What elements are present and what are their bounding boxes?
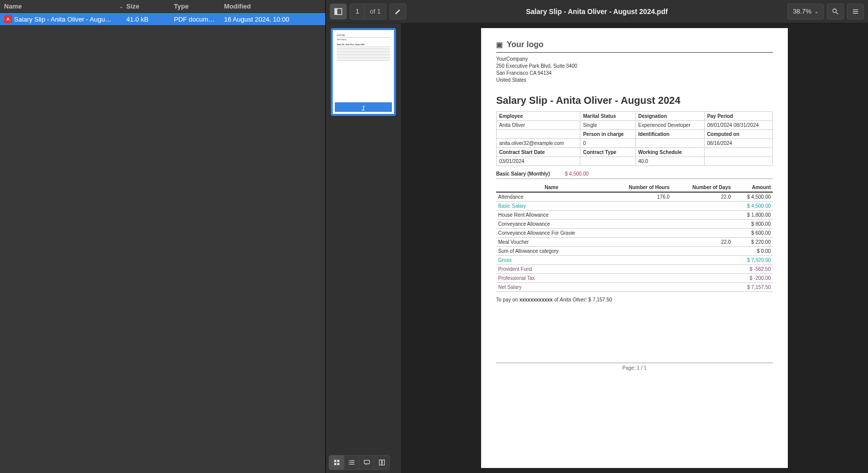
svg-line-3 [836, 12, 838, 14]
thumbnail-page-number: 1 [335, 102, 392, 112]
line-days [672, 211, 733, 220]
company-addr1: 250 Executive Park Blvd, Suite 3400 [496, 63, 773, 70]
line-days [672, 265, 733, 274]
view-outline-button[interactable] [344, 455, 359, 469]
col-header-type[interactable]: Type [174, 3, 224, 10]
val-person: 0 [580, 139, 635, 148]
line-hours [607, 202, 672, 211]
hd-cstart: Contract Start Date [497, 148, 580, 157]
view-thumbnails-button[interactable] [329, 455, 344, 469]
menu-button[interactable] [847, 4, 864, 20]
search-icon [832, 8, 839, 15]
line-amount: $ 7,157.50 [733, 283, 773, 292]
line-hours [607, 211, 672, 220]
line-name: Conveyance Allowance [496, 220, 607, 229]
col-header-size[interactable]: Size [126, 3, 174, 10]
line-hours [607, 238, 672, 247]
line-hours [607, 274, 672, 283]
file-size: 41.0 kB [126, 16, 174, 23]
zoom-value: 38.7% [793, 8, 811, 15]
search-button[interactable] [827, 4, 844, 20]
annotate-button[interactable] [389, 4, 406, 20]
col-header-name[interactable]: Name ⌄ [0, 3, 126, 10]
file-modified: 16 August 2024, 10:00 [224, 16, 325, 23]
line-amount: $ -562.50 [733, 265, 773, 274]
val-period: 08/01/2024 08/31/2024 [704, 121, 772, 130]
page-number-input[interactable] [350, 4, 364, 19]
zoom-dropdown[interactable]: 38.7% ⌄ [787, 4, 824, 20]
pdf-toolbar: of 1 Salary Slip - Anita Oliver - August… [326, 0, 868, 23]
salary-line-row: Attendance176.022.0$ 4,500.00 [496, 192, 773, 202]
val-blank [704, 157, 772, 166]
page-canvas[interactable]: ▣ Your logo YourCompany 250 Executive Pa… [401, 23, 868, 473]
file-list-panel: Name ⌄ Size Type Modified A Salary Slip … [0, 0, 325, 473]
line-hours [607, 247, 672, 256]
pdf-viewer: of 1 Salary Slip - Anita Oliver - August… [325, 0, 868, 473]
hd-marital: Marital Status [580, 112, 635, 121]
pencil-icon [394, 8, 401, 15]
basic-salary-value: $ 4,500.00 [565, 171, 588, 177]
file-name: Salary Slip - Anita Oliver - Augu… [14, 16, 111, 23]
hd-designation: Designation [635, 112, 704, 121]
page-thumbnail[interactable]: ■ Your logo YourCompany Salary Slip - An… [331, 28, 396, 116]
line-days [672, 220, 733, 229]
salary-line-row: Conveyance Allowance For Gravie$ 600.00 [496, 229, 773, 238]
line-name: Attendance [496, 192, 607, 202]
line-days [672, 274, 733, 283]
page-number-group: of 1 [350, 4, 386, 20]
sidebar-view-switcher [329, 455, 390, 470]
pay-prefix: To pay on [496, 297, 519, 302]
bookmark-icon [378, 459, 385, 466]
annotation-icon [363, 459, 370, 466]
svg-point-15 [348, 462, 349, 463]
svg-rect-9 [334, 463, 336, 465]
svg-rect-18 [379, 460, 381, 465]
file-list-header: Name ⌄ Size Type Modified [0, 0, 325, 13]
col-header-modified[interactable]: Modified [224, 3, 325, 10]
salary-line-row: Provident Fund$ -562.50 [496, 265, 773, 274]
hd-ctype: Contract Type [580, 148, 635, 157]
employee-info-table: Employee Marital Status Designation Pay … [496, 111, 773, 166]
sidebar-icon [334, 8, 342, 16]
salary-line-row: Conveyance Allowance$ 800.00 [496, 220, 773, 229]
svg-rect-17 [364, 460, 369, 464]
line-amount: $ 4,500.00 [733, 202, 773, 211]
hd-schedule: Working Schedule [635, 148, 704, 157]
pdf-page: ▣ Your logo YourCompany 250 Executive Pa… [481, 28, 788, 468]
val-employee: Anita Oliver [497, 121, 580, 130]
svg-rect-10 [337, 463, 339, 465]
pay-account: xxxxxxxxxxxx [519, 297, 553, 302]
line-name: Gross [496, 256, 607, 265]
val-email: anita.oliver32@example.com [497, 139, 580, 148]
toggle-sidebar-button[interactable] [330, 4, 347, 20]
val-cstart: 03/01/2024 [497, 157, 580, 166]
line-hours [607, 220, 672, 229]
file-row[interactable]: A Salary Slip - Anita Oliver - Augu… 41.… [0, 13, 325, 25]
view-bookmarks-button[interactable] [374, 455, 389, 469]
sort-indicator-icon: ⌄ [119, 4, 123, 9]
line-name: House Rent Allowance [496, 211, 607, 220]
svg-point-14 [348, 460, 349, 461]
val-ctype [580, 157, 635, 166]
val-schedule: 40.0 [635, 157, 704, 166]
line-hours: 176.0 [607, 192, 672, 202]
view-annotations-button[interactable] [359, 455, 374, 469]
file-type: PDF docum… [174, 16, 224, 23]
pay-instruction: To pay on xxxxxxxxxxxx of Anita Oliver: … [496, 297, 773, 302]
svg-rect-8 [337, 460, 339, 462]
line-amount: $ -200.00 [733, 274, 773, 283]
line-amount: $ 1,800.00 [733, 211, 773, 220]
line-amount: $ 220.00 [733, 238, 773, 247]
val-identification [635, 139, 704, 148]
logo-row: ▣ Your logo [496, 40, 773, 53]
line-amount: $ 600.00 [733, 229, 773, 238]
line-days [672, 256, 733, 265]
line-name: Professional Tax [496, 274, 607, 283]
svg-rect-1 [335, 9, 337, 15]
line-days [672, 229, 733, 238]
salary-lines-table: Name Number of Hours Number of Days Amou… [496, 183, 773, 292]
val-computed: 08/16/2024 [704, 139, 772, 148]
svg-rect-7 [334, 460, 336, 462]
line-name: Conveyance Allowance For Gravie [496, 229, 607, 238]
line-hours [607, 229, 672, 238]
